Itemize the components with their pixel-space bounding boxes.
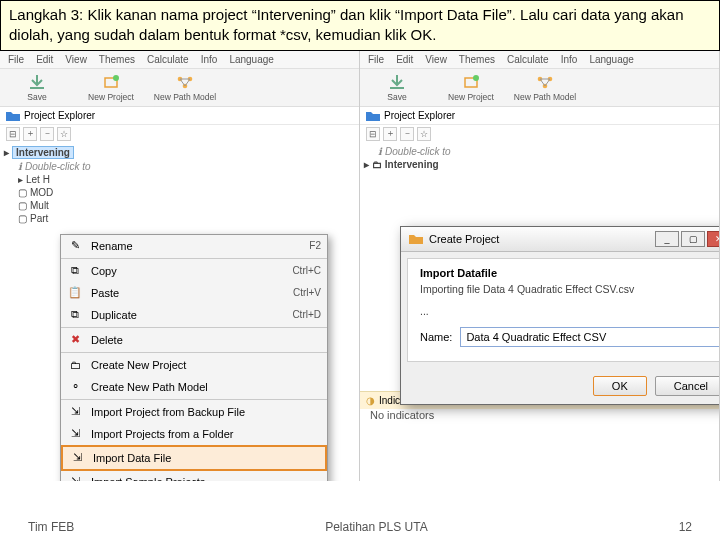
project-explorer-toolbar: ⊟ ＋ － ☆ — [360, 125, 719, 143]
tree-project[interactable]: ▸ 🗀 Intervening — [364, 158, 715, 171]
remove-icon[interactable]: － — [40, 127, 54, 141]
import-icon: ⇲ — [67, 404, 83, 420]
menu-calculate[interactable]: Calculate — [507, 54, 549, 65]
ctx-copy[interactable]: ⧉CopyCtrl+C — [61, 260, 327, 282]
copy-icon: ⧉ — [67, 263, 83, 279]
footer-left: Tim FEB — [28, 520, 74, 534]
new-project-button[interactable]: New Project — [74, 69, 148, 106]
menu-calculate[interactable]: Calculate — [147, 54, 189, 65]
project-explorer-toolbar: ⊟ ＋ － ☆ — [0, 125, 359, 143]
project-tree: ▸ Intervening ℹ Double-click to ▸ Let H … — [0, 143, 359, 227]
add-icon[interactable]: ＋ — [23, 127, 37, 141]
menu-info[interactable]: Info — [561, 54, 578, 65]
project-explorer-header: Project Explorer — [360, 107, 719, 125]
new-path-model-button[interactable]: New Path Model — [508, 69, 582, 106]
tree-hint: ℹ Double-click to — [4, 160, 355, 173]
ctx-duplicate[interactable]: ⧉DuplicateCtrl+D — [61, 304, 327, 326]
collapse-icon[interactable]: ⊟ — [6, 127, 20, 141]
menu-info[interactable]: Info — [201, 54, 218, 65]
menu-file[interactable]: File — [368, 54, 384, 65]
ctx-import-sample[interactable]: ⇲Import Sample Projects — [61, 471, 327, 481]
ctx-import-folder[interactable]: ⇲Import Projects from a Folder — [61, 423, 327, 445]
menu-view[interactable]: View — [65, 54, 87, 65]
menu-edit[interactable]: Edit — [36, 54, 53, 65]
add-icon[interactable]: ＋ — [383, 127, 397, 141]
svg-point-1 — [113, 75, 119, 81]
ctx-import-data-file[interactable]: ⇲Import Data File — [61, 445, 327, 471]
import-icon: ⇲ — [69, 450, 85, 466]
toolbar: Save New Project New Path Model — [0, 69, 359, 107]
star-icon[interactable]: ☆ — [57, 127, 71, 141]
dialog-subtitle: Import Datafile — [420, 267, 720, 279]
menu-themes[interactable]: Themes — [459, 54, 495, 65]
folder-icon — [409, 233, 423, 244]
delete-icon: ✖ — [67, 332, 83, 348]
dialog-dots: ... — [420, 305, 720, 317]
toolbar: Save New Project New Path Model — [360, 69, 719, 107]
save-button[interactable]: Save — [360, 69, 434, 106]
folder-icon — [6, 110, 20, 121]
tree-project[interactable]: ▸ Intervening — [4, 145, 355, 160]
ctx-import-backup[interactable]: ⇲Import Project from Backup File — [61, 401, 327, 423]
path-model-icon: ⚬ — [67, 379, 83, 395]
cancel-button[interactable]: Cancel — [655, 376, 720, 396]
new-path-model-button[interactable]: New Path Model — [148, 69, 222, 106]
dialog-importing-line: Importing file Data 4 Quadratic Effect C… — [420, 283, 720, 295]
import-icon: ⇲ — [67, 426, 83, 442]
ctx-create-project[interactable]: 🗀Create New Project — [61, 354, 327, 376]
context-menu: ✎RenameF2 ⧉CopyCtrl+C 📋PasteCtrl+V ⧉Dupl… — [60, 234, 328, 481]
menu-bar: File Edit View Themes Calculate Info Lan… — [0, 51, 359, 69]
name-input[interactable] — [460, 327, 720, 347]
paste-icon: 📋 — [67, 285, 83, 301]
ctx-rename[interactable]: ✎RenameF2 — [61, 235, 327, 257]
ctx-delete[interactable]: ✖Delete — [61, 329, 327, 351]
instruction-banner: Langkah 3: Klik kanan nama project “Inte… — [0, 0, 720, 51]
dialog-titlebar: Create Project _ ▢ ✕ — [401, 227, 720, 252]
menu-edit[interactable]: Edit — [396, 54, 413, 65]
menu-lang[interactable]: Language — [229, 54, 274, 65]
tree-hint: ℹ Double-click to — [364, 145, 715, 158]
new-project-button[interactable]: New Project — [434, 69, 508, 106]
close-button[interactable]: ✕ — [707, 231, 720, 247]
menu-themes[interactable]: Themes — [99, 54, 135, 65]
tree-item[interactable]: ▢ Mult — [4, 199, 355, 212]
menu-bar: File Edit View Themes Calculate Info Lan… — [360, 51, 719, 69]
project-explorer-header: Project Explorer — [0, 107, 359, 125]
menu-file[interactable]: File — [8, 54, 24, 65]
import-icon: ⇲ — [67, 474, 83, 481]
svg-point-6 — [473, 75, 479, 81]
name-label: Name: — [420, 331, 452, 343]
project-tree: ℹ Double-click to ▸ 🗀 Intervening — [360, 143, 719, 173]
star-icon[interactable]: ☆ — [417, 127, 431, 141]
import-dialog: Create Project _ ▢ ✕ Import Datafile Imp… — [400, 226, 720, 405]
slide-footer: Tim FEB Pelatihan PLS UTA 12 — [0, 520, 720, 534]
save-button[interactable]: Save — [0, 69, 74, 106]
tree-item[interactable]: ▸ Let H — [4, 173, 355, 186]
remove-icon[interactable]: － — [400, 127, 414, 141]
minimize-button[interactable]: _ — [655, 231, 679, 247]
ctx-create-path-model[interactable]: ⚬Create New Path Model — [61, 376, 327, 398]
ctx-paste[interactable]: 📋PasteCtrl+V — [61, 282, 327, 304]
rename-icon: ✎ — [67, 238, 83, 254]
footer-page: 12 — [679, 520, 692, 534]
menu-lang[interactable]: Language — [589, 54, 634, 65]
ok-button[interactable]: OK — [593, 376, 647, 396]
footer-center: Pelatihan PLS UTA — [325, 520, 428, 534]
left-screenshot: File Edit View Themes Calculate Info Lan… — [0, 51, 360, 481]
collapse-icon[interactable]: ⊟ — [366, 127, 380, 141]
menu-view[interactable]: View — [425, 54, 447, 65]
duplicate-icon: ⧉ — [67, 307, 83, 323]
tree-item[interactable]: ▢ Part — [4, 212, 355, 225]
folder-icon — [366, 110, 380, 121]
maximize-button[interactable]: ▢ — [681, 231, 705, 247]
right-screenshot: File Edit View Themes Calculate Info Lan… — [360, 51, 720, 481]
screenshot-pair: File Edit View Themes Calculate Info Lan… — [0, 51, 720, 481]
tree-item[interactable]: ▢ MOD — [4, 186, 355, 199]
new-project-icon: 🗀 — [67, 357, 83, 373]
